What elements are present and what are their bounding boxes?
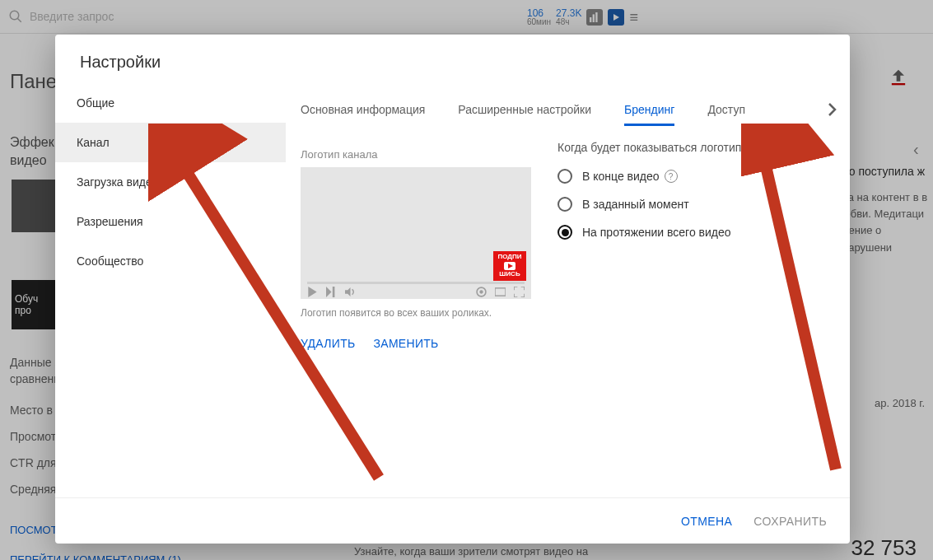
sidebar-item-permissions[interactable]: Разрешения [55,202,286,241]
timing-title-text: Когда будет показываться логотип [557,141,741,154]
tab-branding[interactable]: Брендинг [624,95,674,124]
radio-custom-time[interactable]: В заданный момент [557,197,759,212]
settings-tabs: Основная информация Расширенные настройк… [301,77,842,125]
radio-label: На протяжении всего видео [582,226,731,239]
help-icon[interactable]: ? [665,170,678,183]
video-controls [301,284,531,299]
settings-content: Основная информация Расширенные настройк… [286,77,850,497]
timing-title: Когда будет показываться логотип ? [557,141,759,154]
play-icon[interactable] [307,287,318,297]
help-icon[interactable]: ? [746,141,759,154]
radio-icon [557,197,572,212]
helper-text: Логотип появится во всех ваших роликах. [301,307,842,319]
radio-label: В заданный момент [582,198,689,211]
radio-icon [557,225,572,240]
tab-basic-info[interactable]: Основная информация [301,95,425,124]
svg-rect-15 [495,287,506,295]
save-button[interactable]: СОХРАНИТЬ [753,515,827,528]
svg-point-14 [479,290,483,293]
radio-group: В конце видео ? В заданный момент На про… [557,169,759,240]
sidebar-item-general[interactable]: Общие [55,83,286,123]
theater-icon[interactable] [495,287,506,297]
tab-access[interactable]: Доступ [707,95,745,124]
chevron-right-icon[interactable] [822,100,842,119]
logo-text-top: ПОДПИ [495,254,525,261]
sidebar-item-upload[interactable]: Загрузка видео [55,162,286,202]
sidebar-item-channel[interactable]: Канал [55,123,286,162]
replace-button[interactable]: ЗАМЕНИТЬ [373,337,438,350]
radio-label: В конце видео [582,170,660,183]
settings-modal: Настройки Общие Канал Загрузка видео Раз… [55,35,850,544]
modal-title: Настройки [55,35,850,77]
svg-marker-9 [308,287,316,297]
settings-sidebar: Общие Канал Загрузка видео Разрешения Со… [55,77,286,497]
radio-end-of-video[interactable]: В конце видео ? [557,169,759,184]
volume-icon[interactable] [345,287,356,297]
svg-rect-11 [333,287,335,297]
radio-icon [557,169,572,184]
radio-entire-video[interactable]: На протяжении всего видео [557,225,759,240]
channel-logo-badge: ПОДПИ ШИСЬ [493,251,526,281]
modal-footer: ОТМЕНА СОХРАНИТЬ [55,497,850,544]
display-timing-panel: Когда будет показываться логотип ? В кон… [557,141,759,240]
logo-text-bottom: ШИСЬ [495,271,525,278]
svg-marker-10 [326,287,332,297]
delete-button[interactable]: УДАЛИТЬ [301,337,355,350]
gear-icon[interactable] [476,287,487,297]
video-preview: ПОДПИ ШИСЬ [301,167,531,299]
fullscreen-icon[interactable] [514,287,525,297]
tab-advanced[interactable]: Расширенные настройки [458,95,591,124]
next-icon[interactable] [326,287,337,297]
cancel-button[interactable]: ОТМЕНА [681,515,732,528]
sidebar-item-community[interactable]: Сообщество [55,241,286,281]
svg-marker-12 [345,287,351,296]
